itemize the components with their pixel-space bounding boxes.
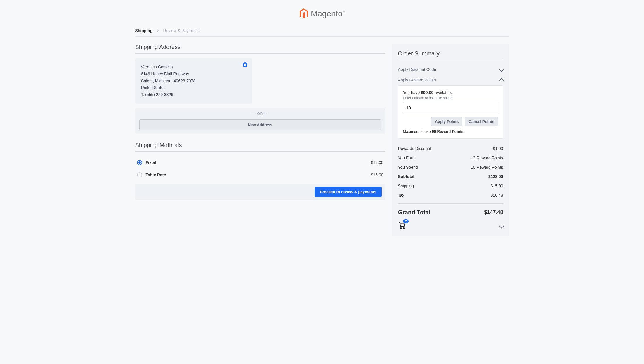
grand-total-value: $147.48	[484, 209, 503, 215]
address-selected-radio[interactable]	[243, 62, 247, 67]
main-column: Shipping Address Veronica Costello 6146 …	[135, 44, 385, 200]
reward-points-label: Apply Reward Points	[398, 78, 436, 82]
address-or-bar: — OR — New Address	[135, 108, 385, 134]
cart-items-toggle[interactable]: 2	[398, 222, 503, 230]
summary-shipping: Shipping $15.00	[398, 181, 503, 191]
summary-you-spend: You Spend 10 Reward Points	[398, 163, 503, 172]
radio-fixed[interactable]	[137, 160, 142, 165]
address-country: United States	[141, 84, 246, 91]
reward-available-text: You have $90.00 available.	[403, 90, 498, 95]
address-name: Veronica Costello	[141, 64, 246, 71]
magento-logo: Magento®	[299, 8, 345, 19]
grand-total-row: Grand Total $147.48	[398, 203, 503, 216]
summary-subtotal: Subtotal $128.00	[398, 172, 503, 181]
shipping-methods-section: Shipping Methods Fixed $15.00 Table Rate…	[135, 142, 385, 200]
method-name: Table Rate	[146, 173, 166, 177]
new-address-button[interactable]: New Address	[139, 119, 381, 130]
grand-total-label: Grand Total	[398, 209, 431, 216]
address-card[interactable]: Veronica Costello 6146 Honey Bluff Parkw…	[135, 58, 252, 104]
breadcrumb-step-review[interactable]: Review & Payments	[163, 28, 199, 33]
shipping-method-table-rate[interactable]: Table Rate $15.00	[135, 169, 385, 181]
apply-points-button[interactable]: Apply Points	[431, 117, 462, 126]
svg-point-0	[400, 228, 401, 229]
reward-max-text: Maximum to use 90 Reward Points	[403, 129, 498, 134]
discount-code-label: Apply Discount Code	[398, 67, 436, 72]
address-city-line: Calder, Michigan, 49628-7978	[141, 78, 246, 85]
proceed-row: Proceed to review & payments	[135, 184, 385, 200]
shipping-method-fixed[interactable]: Fixed $15.00	[135, 156, 385, 169]
radio-table-rate[interactable]	[137, 172, 142, 177]
shipping-address-title: Shipping Address	[135, 44, 385, 54]
summary-tax: Tax $10.48	[398, 191, 503, 200]
logo-text: Magento®	[311, 9, 345, 18]
chevron-up-icon	[499, 78, 504, 83]
header-logo-row: Magento®	[135, 6, 509, 26]
reward-points-input[interactable]	[403, 102, 498, 113]
shipping-address-section: Shipping Address Veronica Costello 6146 …	[135, 44, 385, 134]
chevron-down-icon	[499, 67, 504, 72]
order-summary-title: Order Summary	[398, 50, 503, 60]
svg-point-1	[403, 228, 404, 229]
summary-rewards-discount: Rewards Discount -$1.00	[398, 144, 503, 153]
reward-points-panel: You have $90.00 available. Enter amount …	[398, 85, 503, 139]
method-name: Fixed	[146, 160, 157, 165]
method-price: $15.00	[371, 173, 383, 177]
shipping-methods-title: Shipping Methods	[135, 142, 385, 152]
breadcrumb: Shipping Review & Payments	[135, 26, 509, 37]
apply-discount-code-toggle[interactable]: Apply Discount Code	[398, 64, 503, 75]
breadcrumb-step-shipping[interactable]: Shipping	[135, 28, 153, 33]
or-separator: — OR —	[139, 112, 381, 116]
apply-reward-points-toggle[interactable]: Apply Reward Points	[398, 75, 503, 85]
proceed-button[interactable]: Proceed to review & payments	[315, 187, 381, 197]
address-phone: T: (555) 229-3326	[141, 91, 246, 98]
order-summary-sidebar: Order Summary Apply Discount Code Apply …	[392, 44, 509, 236]
address-street: 6146 Honey Bluff Parkway	[141, 71, 246, 78]
chevron-right-icon	[157, 28, 159, 33]
reward-enter-label: Enter amount of points to spend:	[403, 96, 498, 100]
magento-icon	[299, 8, 308, 19]
chevron-down-icon	[499, 223, 504, 228]
method-price: $15.00	[371, 160, 383, 165]
cart-icon: 2	[398, 222, 406, 230]
summary-you-earn: You Earn 13 Reward Points	[398, 153, 503, 163]
cart-badge: 2	[403, 219, 408, 223]
cancel-points-button[interactable]: Cancel Points	[465, 117, 498, 126]
